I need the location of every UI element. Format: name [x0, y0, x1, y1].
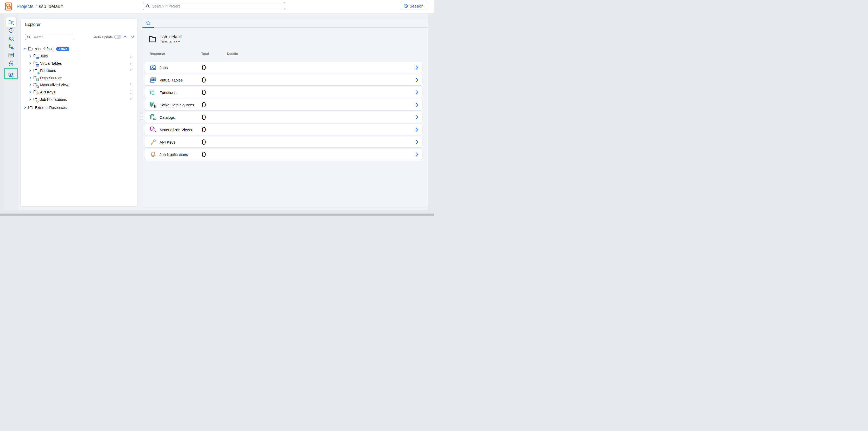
chevron-right-icon[interactable] — [415, 77, 418, 82]
tree-item-label: External Resources — [35, 105, 67, 110]
resource-row-kafka-data-sources[interactable]: Kafka Data Sources 0 — [145, 99, 422, 110]
kebab-menu-icon[interactable] — [129, 54, 132, 59]
auto-update-label: Auto Update — [94, 35, 113, 39]
resource-row-job-notifications[interactable]: Job Notifications 0 — [145, 149, 422, 160]
chevron-right-icon[interactable] — [29, 84, 32, 86]
breadcrumb-projects-link[interactable]: Projects — [17, 4, 33, 9]
resource-total: 0 — [202, 62, 206, 73]
highlight-annotation-box — [4, 68, 18, 79]
main-panel: ssb_default Default Team Resource Total … — [143, 19, 428, 207]
active-status-badge: Active — [56, 47, 69, 51]
cloud-network-icon — [8, 60, 14, 66]
tree-item-label: ssb_default — [35, 47, 54, 51]
resource-total: 0 — [202, 112, 206, 123]
explorer-search-input[interactable] — [32, 35, 71, 39]
auto-update-toggle[interactable] — [114, 35, 121, 39]
workspace: Explorer Auto Update — [4, 13, 428, 210]
kebab-menu-icon[interactable] — [129, 90, 132, 94]
expand-down-button[interactable] — [131, 35, 135, 38]
tree-item-data-sources[interactable]: Data Sources — [21, 74, 137, 81]
resource-row-api-keys[interactable]: API Keys 0 — [145, 137, 422, 147]
jobs-folder-icon — [33, 54, 38, 58]
chevron-right-icon[interactable] — [415, 102, 418, 107]
chevron-right-icon[interactable] — [29, 69, 32, 72]
tree-item-functions[interactable]: f() Functions — [21, 67, 137, 74]
session-button[interactable]: Session — [400, 2, 427, 10]
tree-item-api-keys[interactable]: API Keys — [21, 89, 137, 96]
tree-item-external-resources[interactable]: External Resources — [21, 104, 137, 111]
resource-row-functions[interactable]: f() Functions 0 — [145, 87, 422, 98]
kebab-menu-icon[interactable] — [129, 68, 132, 73]
tree-item-label: Job Notifications — [40, 98, 67, 102]
breadcrumb-separator: / — [35, 4, 37, 9]
chevron-right-icon[interactable] — [29, 98, 32, 101]
api-keys-icon — [150, 139, 157, 145]
resource-label: Functions — [159, 90, 176, 95]
chevron-right-icon[interactable] — [29, 62, 32, 65]
rail-item-cloud[interactable] — [6, 58, 16, 68]
ssb-logo-icon[interactable] — [4, 2, 13, 11]
resource-label: Catalogs — [159, 115, 175, 120]
jobs-icon — [150, 64, 157, 71]
kebab-menu-icon[interactable] — [129, 97, 132, 102]
left-icon-rail — [4, 13, 19, 210]
kebab-menu-icon[interactable] — [129, 61, 132, 66]
kebab-menu-icon[interactable] — [129, 82, 132, 87]
search-icon — [146, 4, 150, 8]
explorer-panel: Explorer Auto Update — [21, 19, 137, 206]
collapse-up-button[interactable] — [123, 35, 127, 38]
toggle-knob — [115, 35, 118, 38]
folder-search-icon — [8, 20, 14, 25]
tree-item-job-notifications[interactable]: Job Notifications — [21, 96, 137, 103]
column-header-total: Total — [201, 52, 209, 56]
resource-total: 0 — [202, 87, 206, 98]
resource-row-catalogs[interactable]: Catalogs 0 — [145, 112, 422, 123]
chevron-right-icon[interactable] — [24, 106, 26, 109]
resource-total: 0 — [202, 149, 206, 160]
search-icon — [27, 35, 31, 39]
chevron-right-icon[interactable] — [415, 127, 418, 132]
top-header: Projects / ssb_default Session — [0, 0, 434, 13]
resource-row-jobs[interactable]: Jobs 0 — [145, 62, 422, 73]
resource-total: 0 — [202, 137, 206, 147]
tree-item-label: Materialized Views — [40, 83, 70, 87]
job-notifications-icon — [150, 151, 157, 158]
chevron-right-icon[interactable] — [415, 115, 418, 120]
resource-label: Virtual Tables — [159, 78, 183, 82]
resource-row-virtual-tables[interactable]: Virtual Tables 0 — [145, 74, 422, 86]
functions-icon: f() — [150, 89, 157, 96]
chevron-right-icon[interactable] — [415, 152, 418, 157]
tab-home[interactable] — [143, 19, 154, 27]
materialized-views-folder-icon — [33, 83, 38, 87]
api-keys-folder-icon — [33, 90, 38, 94]
chevron-right-icon[interactable] — [415, 140, 418, 144]
history-icon — [8, 28, 14, 33]
virtual-tables-folder-icon — [33, 61, 38, 65]
job-notifications-folder-icon — [33, 98, 38, 102]
flow-icon — [8, 44, 14, 50]
chevron-right-icon[interactable] — [29, 91, 32, 93]
tree-item-project-root[interactable]: ssb_default Active — [21, 45, 137, 52]
users-icon — [8, 36, 14, 42]
resource-total: 0 — [202, 99, 206, 110]
chevron-right-icon[interactable] — [29, 55, 32, 58]
project-search-input[interactable] — [152, 4, 282, 8]
tree-item-label: API Keys — [40, 90, 55, 94]
catalogs-icon — [150, 114, 157, 121]
chevron-down-icon[interactable] — [24, 47, 26, 50]
tree-item-label: Virtual Tables — [40, 61, 62, 65]
chevron-right-icon[interactable] — [415, 65, 418, 70]
tree-item-jobs[interactable]: Jobs — [21, 53, 137, 60]
chevron-right-icon[interactable] — [415, 90, 418, 95]
folder-icon — [28, 47, 33, 51]
column-header-resource: Resource — [150, 52, 165, 56]
tree-item-label: Data Sources — [40, 76, 62, 80]
tree-item-virtual-tables[interactable]: Virtual Tables — [21, 60, 137, 67]
session-button-label: Session — [410, 4, 423, 8]
tree-item-materialized-views[interactable]: Materialized Views — [21, 81, 137, 88]
virtual-tables-icon — [150, 76, 157, 83]
functions-folder-icon: f() — [33, 69, 38, 73]
resource-row-materialized-views[interactable]: Materialized Views 0 — [145, 124, 422, 135]
project-name: ssb_default — [160, 35, 182, 39]
chevron-right-icon[interactable] — [29, 76, 32, 79]
